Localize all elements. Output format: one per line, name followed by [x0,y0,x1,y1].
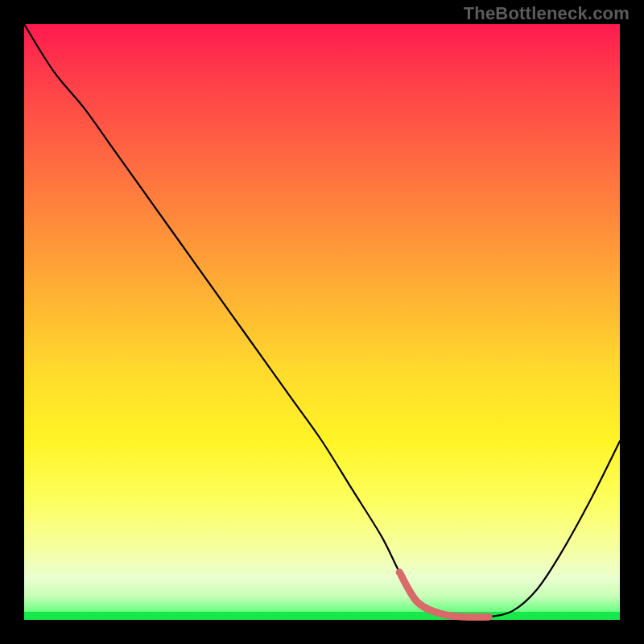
bottleneck-curve [24,24,620,617]
chart-frame: TheBottleneck.com [0,0,644,644]
watermark-text: TheBottleneck.com [464,3,630,24]
curve-svg [24,24,620,620]
optimal-zone-highlight [399,572,489,617]
plot-area [24,24,620,620]
